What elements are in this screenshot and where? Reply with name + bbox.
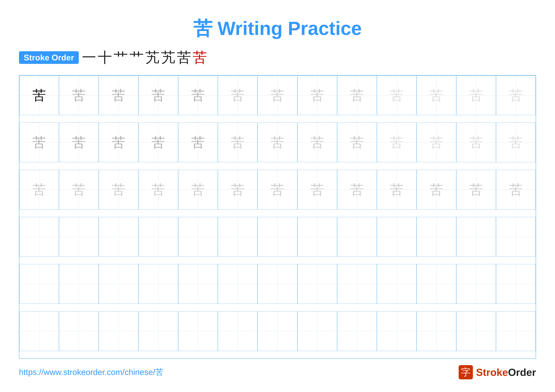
grid-cell-1-12[interactable]: 苦 (496, 122, 536, 162)
grid-cell-3-6[interactable] (258, 217, 297, 257)
grid-cell-4-12[interactable] (496, 264, 536, 304)
grid-cell-3-10[interactable] (416, 217, 456, 257)
grid-cell-5-6[interactable] (258, 311, 297, 351)
grid-cell-0-8[interactable]: 苦 (337, 75, 377, 115)
practice-char-2-3: 苦 (152, 183, 165, 196)
grid-cell-5-9[interactable] (377, 311, 416, 351)
grid-cell-4-7[interactable] (297, 264, 337, 304)
stroke-seq-0: 一 (82, 48, 96, 67)
grid-cell-2-4[interactable]: 苦 (178, 170, 218, 209)
grid-cell-4-5[interactable] (218, 264, 258, 304)
practice-char-1-10: 苦 (430, 136, 443, 149)
grid-cell-2-2[interactable]: 苦 (99, 170, 139, 209)
grid-cell-1-9[interactable]: 苦 (377, 122, 416, 162)
grid-cell-1-8[interactable]: 苦 (337, 122, 377, 162)
grid-cell-1-1[interactable]: 苦 (59, 122, 99, 162)
practice-char-1-6: 苦 (271, 136, 284, 149)
grid-cell-4-10[interactable] (416, 264, 456, 304)
practice-char-1-3: 苦 (152, 136, 165, 149)
practice-char-0-6: 苦 (271, 89, 284, 102)
grid-cell-4-11[interactable] (456, 264, 496, 304)
grid-cell-4-0[interactable] (19, 264, 59, 304)
practice-char-1-12: 苦 (509, 136, 523, 149)
practice-char-0-9: 苦 (390, 89, 403, 102)
grid-cell-1-4[interactable]: 苦 (178, 122, 218, 162)
grid-cell-5-10[interactable] (416, 311, 456, 351)
grid-cell-3-12[interactable] (496, 217, 536, 257)
grid-cell-0-0[interactable]: 苦 (19, 75, 59, 115)
practice-char-2-12: 苦 (509, 183, 523, 196)
grid-cell-1-5[interactable]: 苦 (218, 122, 258, 162)
practice-char-0-11: 苦 (469, 89, 483, 102)
grid-cell-2-0[interactable]: 苦 (19, 170, 59, 209)
grid-cell-5-11[interactable] (456, 311, 496, 351)
grid-cell-3-7[interactable] (297, 217, 337, 257)
grid-cell-1-2[interactable]: 苦 (99, 122, 139, 162)
grid-cell-3-8[interactable] (337, 217, 377, 257)
grid-cell-0-3[interactable]: 苦 (139, 75, 178, 115)
grid-cell-0-12[interactable]: 苦 (496, 75, 536, 115)
grid-cell-0-10[interactable]: 苦 (416, 75, 456, 115)
grid-cell-5-1[interactable] (59, 311, 99, 351)
grid-cell-0-2[interactable]: 苦 (99, 75, 139, 115)
grid-cell-2-9[interactable]: 苦 (377, 170, 416, 209)
grid-cell-1-6[interactable]: 苦 (258, 122, 297, 162)
grid-cell-3-9[interactable] (377, 217, 416, 257)
grid-cell-0-1[interactable]: 苦 (59, 75, 99, 115)
practice-char-1-0: 苦 (32, 136, 46, 149)
grid-cell-5-7[interactable] (297, 311, 337, 351)
grid-cell-1-0[interactable]: 苦 (19, 122, 59, 162)
logo-text: StrokeOrder (476, 366, 536, 378)
footer-url[interactable]: https://www.strokeorder.com/chinese/苦 (19, 367, 163, 378)
grid-cell-2-10[interactable]: 苦 (416, 170, 456, 209)
grid-cell-4-1[interactable] (59, 264, 99, 304)
grid-cell-2-7[interactable]: 苦 (297, 170, 337, 209)
grid-cell-1-10[interactable]: 苦 (416, 122, 456, 162)
grid-cell-2-1[interactable]: 苦 (59, 170, 99, 209)
grid-cell-5-3[interactable] (139, 311, 178, 351)
grid-cell-1-3[interactable]: 苦 (139, 122, 178, 162)
grid-cell-2-5[interactable]: 苦 (218, 170, 258, 209)
grid-cell-5-2[interactable] (99, 311, 139, 351)
footer: https://www.strokeorder.com/chinese/苦 字 … (19, 365, 536, 379)
grid-cell-0-9[interactable]: 苦 (377, 75, 416, 115)
grid-cell-0-5[interactable]: 苦 (218, 75, 258, 115)
grid-cell-4-4[interactable] (178, 264, 218, 304)
practice-char-0-12: 苦 (509, 89, 523, 102)
practice-char-0-0: 苦 (32, 89, 46, 102)
grid-cell-3-2[interactable] (99, 217, 139, 257)
grid-cell-0-4[interactable]: 苦 (178, 75, 218, 115)
grid-cell-4-9[interactable] (377, 264, 416, 304)
grid-cell-3-4[interactable] (178, 217, 218, 257)
grid-cell-4-3[interactable] (139, 264, 178, 304)
grid-cell-0-6[interactable]: 苦 (258, 75, 297, 115)
grid-cell-2-3[interactable]: 苦 (139, 170, 178, 209)
practice-char-2-8: 苦 (350, 183, 364, 196)
grid-cell-2-8[interactable]: 苦 (337, 170, 377, 209)
grid-cell-3-11[interactable] (456, 217, 496, 257)
grid-cell-3-0[interactable] (19, 217, 59, 257)
practice-char-2-1: 苦 (72, 183, 86, 196)
grid-cell-5-8[interactable] (337, 311, 377, 351)
practice-char-1-4: 苦 (191, 136, 205, 149)
grid-cell-3-1[interactable] (59, 217, 99, 257)
grid-cell-2-6[interactable]: 苦 (258, 170, 297, 209)
grid-cell-4-8[interactable] (337, 264, 377, 304)
grid-cell-2-12[interactable]: 苦 (496, 170, 536, 209)
grid-cell-5-0[interactable] (19, 311, 59, 351)
grid-cell-0-11[interactable]: 苦 (456, 75, 496, 115)
grid-cell-4-6[interactable] (258, 264, 297, 304)
grid-cell-1-7[interactable]: 苦 (297, 122, 337, 162)
grid-cell-3-5[interactable] (218, 217, 258, 257)
grid-cell-4-2[interactable] (99, 264, 139, 304)
grid-cell-5-4[interactable] (178, 311, 218, 351)
grid-cell-5-12[interactable] (496, 311, 536, 351)
grid-cell-2-11[interactable]: 苦 (456, 170, 496, 209)
grid-cell-5-5[interactable] (218, 311, 258, 351)
grid-cell-1-11[interactable]: 苦 (456, 122, 496, 162)
grid-cell-0-7[interactable]: 苦 (297, 75, 337, 115)
page-title: 苦 Writing Practice (19, 16, 536, 42)
grid-cell-3-3[interactable] (139, 217, 178, 257)
stroke-seq-4: 艽 (145, 48, 160, 67)
stroke-seq-6: 苦 (177, 48, 191, 67)
